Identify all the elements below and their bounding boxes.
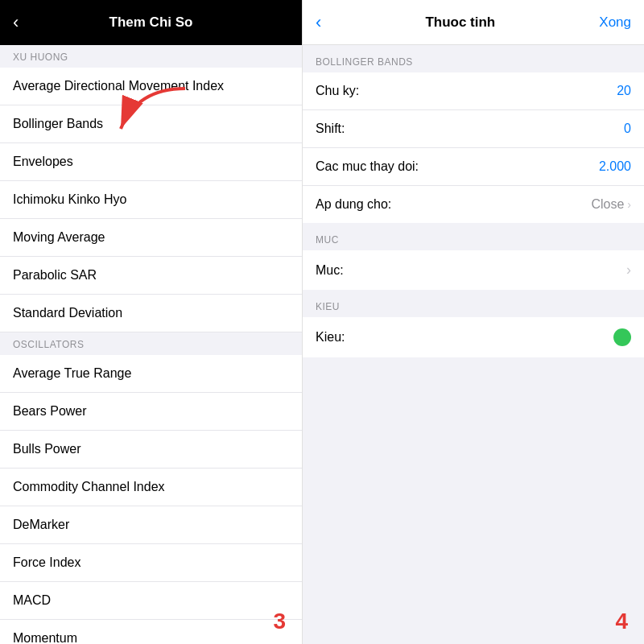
list-item-std-dev[interactable]: Standard Deviation (0, 295, 302, 332)
right-section-muc: MUC (303, 223, 644, 250)
list-item-bulls[interactable]: Bulls Power (0, 431, 302, 469)
left-panel: ‹ Them Chi So XU HUONG Average Direction… (0, 0, 303, 644)
done-button[interactable]: Xong (599, 14, 631, 31)
list-item-cci[interactable]: Commodity Channel Index (0, 469, 302, 506)
right-title: Thuoc tinh (425, 14, 495, 31)
list-item-force[interactable]: Force Index (0, 544, 302, 582)
list-item-macd[interactable]: MACD (0, 582, 302, 620)
left-scroll-area: XU HUONG Average Directional Movement In… (0, 45, 302, 644)
muc-card: Muc: › (303, 250, 644, 290)
right-header: ‹ Thuoc tinh Xong (303, 0, 644, 45)
label-muc: Muc: (316, 263, 344, 278)
label-chu-ky: Chu ky: (316, 84, 359, 98)
row-ap-dung[interactable]: Ap dung cho: Close › (303, 186, 644, 223)
page-number-right: 4 (615, 609, 628, 634)
list-item-bollinger[interactable]: Bollinger Bands (0, 105, 302, 143)
label-ap-dung: Ap dung cho: (316, 197, 391, 212)
list-item-parabolic[interactable]: Parabolic SAR (0, 257, 302, 295)
list-item-moving-avg[interactable]: Moving Average (0, 219, 302, 257)
left-title: Them Chi So (109, 14, 193, 31)
value-cac-muc: 2.000 (599, 159, 631, 174)
row-chu-ky[interactable]: Chu ky: 20 (303, 72, 644, 110)
row-shift[interactable]: Shift: 0 (303, 110, 644, 148)
list-item-demarker[interactable]: DeMarker (0, 506, 302, 544)
chevron-icon: › (627, 198, 631, 211)
label-kieu: Kieu: (316, 330, 345, 345)
label-cac-muc: Cac muc thay doi: (316, 159, 419, 174)
right-content: BOLLINGER BANDS Chu ky: 20 Shift: 0 Cac … (303, 45, 644, 644)
section-header-xu-huong: XU HUONG (0, 45, 302, 68)
row-cac-muc[interactable]: Cac muc thay doi: 2.000 (303, 148, 644, 186)
right-section-bollinger: BOLLINGER BANDS (303, 45, 644, 72)
list-item-avg-true[interactable]: Average True Range (0, 355, 302, 393)
value-shift: 0 (624, 122, 631, 136)
muc-chevron-icon: › (626, 262, 631, 279)
kieu-toggle[interactable] (613, 328, 631, 346)
list-item-envelopes[interactable]: Envelopes (0, 143, 302, 181)
right-section-kieu: KIEU (303, 290, 644, 317)
row-muc[interactable]: Muc: › (303, 250, 644, 290)
left-back-button[interactable]: ‹ (13, 12, 19, 33)
list-item-momentum[interactable]: Momentum (0, 620, 302, 644)
left-header: ‹ Them Chi So (0, 0, 302, 45)
list-item-avg-dir[interactable]: Average Directional Movement Index (0, 68, 302, 105)
kieu-card: Kieu: (303, 317, 644, 357)
page-number-left: 3 (273, 609, 286, 634)
value-ap-dung: Close › (591, 197, 631, 212)
list-item-ichimoku[interactable]: Ichimoku Kinko Hyo (0, 181, 302, 219)
right-panel: ‹ Thuoc tinh Xong BOLLINGER BANDS Chu ky… (303, 0, 644, 644)
value-chu-ky: 20 (617, 84, 631, 98)
right-back-button[interactable]: ‹ (316, 12, 321, 33)
right-wrapper: BOLLINGER BANDS Chu ky: 20 Shift: 0 Cac … (303, 45, 644, 644)
list-item-bears[interactable]: Bears Power (0, 393, 302, 431)
bollinger-card: Chu ky: 20 Shift: 0 Cac muc thay doi: 2.… (303, 72, 644, 223)
row-kieu[interactable]: Kieu: (303, 317, 644, 357)
label-shift: Shift: (316, 122, 345, 136)
section-header-oscillators: OSCILLATORS (0, 332, 302, 355)
